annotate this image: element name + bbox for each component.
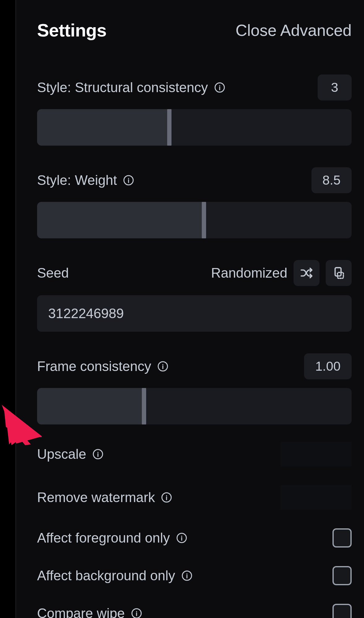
compare-wipe-row: Compare wipe <box>37 604 352 618</box>
slider-thumb[interactable] <box>202 202 206 238</box>
info-icon[interactable] <box>214 81 226 94</box>
slider-fill <box>37 388 144 424</box>
frame-consistency-slider[interactable] <box>37 388 352 424</box>
info-icon[interactable] <box>176 532 188 544</box>
affect-background-row: Affect background only <box>37 566 352 585</box>
paste-button[interactable] <box>326 260 352 286</box>
style-weight-header: Style: Weight 8.5 <box>37 167 352 193</box>
info-icon[interactable] <box>122 174 135 186</box>
affect-background-label: Affect background only <box>37 568 175 583</box>
info-icon[interactable] <box>157 360 169 373</box>
affect-foreground-label: Affect foreground only <box>37 530 170 546</box>
frame-consistency-header: Frame consistency 1.00 <box>37 353 352 379</box>
upscale-toggle-area[interactable] <box>281 442 352 467</box>
seed-input[interactable] <box>37 295 352 332</box>
frame-consistency-value: 1.00 <box>304 353 352 379</box>
compare-wipe-label: Compare wipe <box>37 606 125 618</box>
info-icon[interactable] <box>92 448 104 460</box>
close-advanced-button[interactable]: Close Advanced <box>235 21 352 40</box>
info-icon[interactable] <box>181 569 193 582</box>
structural-consistency-label: Style: Structural consistency <box>37 80 208 95</box>
frame-consistency-label: Frame consistency <box>37 359 151 374</box>
structural-consistency-header: Style: Structural consistency 3 <box>37 75 352 100</box>
shuffle-button[interactable] <box>294 260 320 286</box>
upscale-label: Upscale <box>37 446 86 462</box>
page-title: Settings <box>37 20 107 40</box>
structural-consistency-slider[interactable] <box>37 109 352 146</box>
upscale-row: Upscale <box>37 442 352 467</box>
remove-watermark-row: Remove watermark <box>37 485 352 510</box>
remove-watermark-label: Remove watermark <box>37 490 155 505</box>
slider-fill <box>37 109 169 146</box>
remove-watermark-toggle-area[interactable] <box>281 485 352 510</box>
panel-header: Settings Close Advanced <box>37 0 352 40</box>
compare-wipe-checkbox[interactable] <box>332 604 352 618</box>
settings-panel: Settings Close Advanced Style: Structura… <box>15 0 364 618</box>
affect-foreground-row: Affect foreground only <box>37 528 352 548</box>
style-weight-slider[interactable] <box>37 202 352 238</box>
info-icon[interactable] <box>130 607 143 618</box>
affect-background-checkbox[interactable] <box>332 566 352 585</box>
seed-label: Seed <box>37 265 69 281</box>
info-icon[interactable] <box>160 491 173 504</box>
structural-consistency-value: 3 <box>318 75 352 100</box>
seed-header: Seed Randomized <box>37 260 352 286</box>
slider-thumb[interactable] <box>167 109 171 146</box>
style-weight-value: 8.5 <box>311 167 352 193</box>
affect-foreground-checkbox[interactable] <box>332 528 352 548</box>
style-weight-label: Style: Weight <box>37 173 117 188</box>
slider-fill <box>37 202 204 238</box>
slider-thumb[interactable] <box>142 388 146 424</box>
svg-rect-6 <box>335 268 341 276</box>
seed-mode-label: Randomized <box>211 265 287 281</box>
